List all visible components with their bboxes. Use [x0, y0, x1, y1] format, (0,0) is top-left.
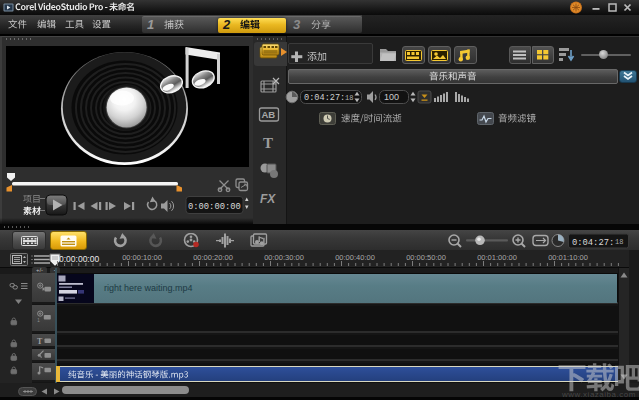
svg-text:0:04:27:: 0:04:27:: [572, 238, 614, 248]
svg-text:AB: AB: [262, 109, 276, 120]
svg-text:00:01:00:00: 00:01:00:00: [477, 253, 517, 262]
svg-text:100: 100: [384, 92, 399, 102]
svg-text:00:00:30:00: 00:00:30:00: [264, 253, 304, 262]
svg-text:18: 18: [345, 94, 353, 102]
svg-text:00:00:20:00: 00:00:20:00: [193, 253, 233, 262]
svg-text:0:00:00:00: 0:00:00:00: [188, 202, 241, 212]
svg-text:FX: FX: [260, 192, 276, 206]
svg-text:18: 18: [615, 238, 623, 246]
svg-text:00:00:50:00: 00:00:50:00: [406, 253, 446, 262]
svg-text:0:04:27:: 0:04:27:: [304, 93, 345, 103]
svg-text:00:00:40:00: 00:00:40:00: [335, 253, 375, 262]
svg-text:1: 1: [37, 318, 40, 323]
svg-text:T: T: [263, 135, 273, 151]
svg-text:T: T: [37, 337, 43, 346]
svg-text:00:00:10:00: 00:00:10:00: [122, 253, 162, 262]
svg-text:00:01:10:00: 00:01:10:00: [548, 253, 588, 262]
